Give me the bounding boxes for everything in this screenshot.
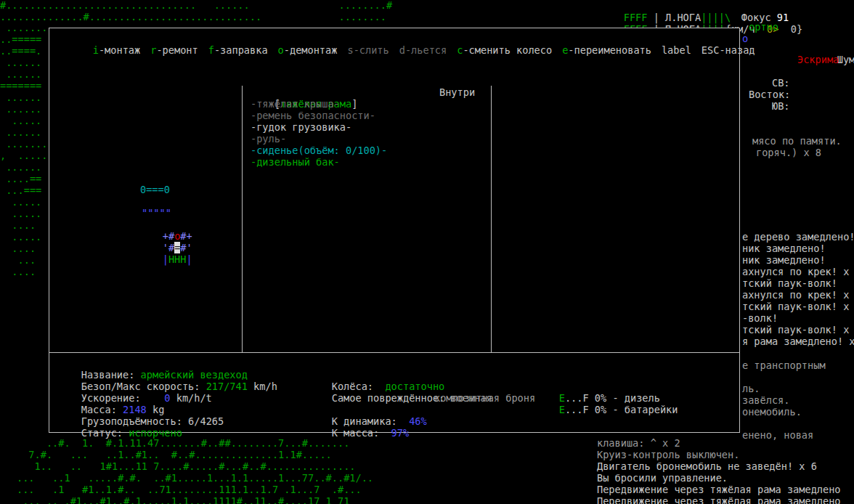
compass-se: ЮВ:	[772, 100, 790, 112]
stat-value: 6/4265	[188, 415, 224, 427]
compass-ne: СВ:	[772, 77, 790, 89]
menu-label: -ремонт	[156, 44, 198, 56]
log-line: Передвижение через тяжёлая рама замедлен…	[597, 484, 841, 495]
menu-label: -назад	[719, 44, 755, 56]
menu-unload[interactable]: d-льется	[399, 44, 447, 56]
hotkey: d	[399, 44, 405, 56]
part-list-item[interactable]: -тяжёлая крыша-	[251, 98, 340, 110]
fuel-empty-mark: E	[559, 404, 565, 415]
menu-refill[interactable]: f-заправка	[208, 44, 268, 56]
part-location-label: Внутри	[439, 86, 475, 98]
stat-unit: km/h	[248, 381, 277, 392]
speed-close: 0}	[785, 23, 803, 35]
message-line: ахнулся по крек! x	[742, 266, 849, 277]
stat-value: 97%	[391, 427, 410, 439]
menu-label-tool[interactable]: label	[662, 44, 691, 56]
comfort-text: ортно	[749, 21, 778, 33]
fuel-percent: 0%	[595, 404, 613, 415]
stat-label: Статус:	[81, 427, 129, 439]
menu-siphon[interactable]: s-слить	[347, 44, 389, 56]
panel-separator-right	[491, 86, 492, 352]
fuel-label: - батарейки	[612, 404, 678, 415]
stat-label: К масса:	[332, 427, 391, 439]
sidebar-note: мясо по памяти.	[752, 135, 842, 147]
fuel-gauge-battery: E...F 0% - батарейки	[535, 392, 678, 427]
vehicle-menu: i-монтажr-ремонтf-заправкаo-демонтажs-сл…	[69, 33, 765, 68]
message-line: тский паук-волк! x	[742, 301, 849, 312]
log-line: клавиша: ^ x 2	[597, 437, 680, 449]
art-part: |	[187, 253, 192, 265]
menu-label: -заправка	[214, 44, 268, 56]
panel-separator-left	[242, 86, 243, 352]
hotkey: s	[347, 44, 353, 56]
vehicle-art-row: 0===0	[140, 184, 170, 195]
message-line: я рама замедлено! x	[742, 336, 854, 347]
menu-label: -демонтаж	[284, 44, 338, 56]
part-list-item[interactable]: -руль-	[251, 133, 286, 145]
log-line: Вы бросили управление.	[597, 472, 728, 484]
menu-label: -монтаж	[99, 44, 140, 56]
message-line: тский паук-волк! x	[742, 324, 849, 336]
hotkey: o	[278, 44, 284, 56]
menu-change-tire[interactable]: c-сменить колесо	[457, 44, 552, 56]
menu-back[interactable]: ESC-назад	[702, 44, 755, 56]
menu-rename[interactable]: e-переименовать	[562, 44, 651, 56]
message-line: ахнулся по крек! x	[742, 289, 849, 301]
stat-status: Статус: испорчено	[57, 415, 182, 450]
hotkey: f	[208, 44, 214, 56]
message-line: ник замедлено!	[742, 254, 826, 266]
menu-label: -переименовать	[568, 44, 651, 56]
message-line: ль.	[742, 383, 760, 394]
message-line: е дерево замедлено!	[742, 231, 854, 243]
menu-install[interactable]: i-монтаж	[93, 44, 140, 56]
sidebar-note: горяч.) x 8	[756, 147, 821, 158]
stat-k-mass: К масса: 97%	[308, 415, 409, 450]
compass-east: Восток:	[749, 89, 790, 100]
message-line: тский паук-волк!	[742, 277, 837, 289]
menu-label: -льется	[405, 44, 447, 56]
hotkey: i	[93, 44, 99, 56]
art-part: |	[163, 253, 168, 265]
part-list-item[interactable]: -сиденье(объём: 0/100)-	[251, 145, 387, 156]
map-ascii-left: ....... ..===== ..====. ...... ...... ==…	[0, 22, 47, 277]
message-line: завёлся.	[742, 394, 789, 406]
menu-remove[interactable]: o-демонтаж	[278, 44, 338, 56]
message-line: ник замедлено!	[742, 243, 826, 254]
vehicle-art-row: |ННН|	[139, 242, 192, 277]
noise-label: Шум	[837, 54, 854, 65]
message-line: -волк!	[742, 312, 778, 324]
message-line: онемобиль.	[742, 406, 802, 418]
part-list-item[interactable]: -гудок грузовика-	[251, 121, 351, 133]
hotkey: ESC	[702, 44, 720, 56]
stat-value: 46%	[409, 415, 427, 427]
part-list-item[interactable]: -ремень безопасности-	[251, 110, 375, 121]
vehicle-art-row: """""	[142, 207, 171, 219]
map-ascii-top: #................................ ......…	[0, 0, 392, 23]
message-line: е транспортным	[742, 359, 826, 371]
stat-value: испорчено	[129, 427, 182, 439]
stat-unit: km/h/t	[171, 392, 212, 404]
menu-label: -сменить колесо	[463, 44, 552, 56]
stat-value: 217/741	[206, 381, 248, 392]
part-list-item[interactable]: -дизельный бак-	[251, 156, 340, 168]
bracket: ]	[351, 98, 357, 110]
stat-value: 0	[164, 392, 170, 404]
message-line: енено, новая	[742, 429, 813, 441]
menu-label: -слить	[354, 44, 389, 56]
stats-separator	[49, 352, 740, 353]
martial-style: Эскрима	[797, 54, 839, 65]
game-screen: #................................ ......…	[0, 0, 854, 504]
log-line: Двигатель бронемобиль не заведён! x 6	[597, 460, 817, 472]
log-line: Круиз-контроль выключен.	[597, 449, 739, 460]
log-line: Передвижение через тяжёлая рама замедлен…	[597, 495, 841, 504]
menu-label: label	[662, 44, 691, 56]
stat-most-damaged-2: композитная броня	[434, 392, 535, 404]
art-part: ННН	[168, 253, 187, 265]
stat-label: Самое повреждённое:	[332, 392, 451, 404]
menu-repair[interactable]: r-ремонт	[150, 44, 198, 56]
fuel-bar: ...F	[565, 404, 595, 415]
